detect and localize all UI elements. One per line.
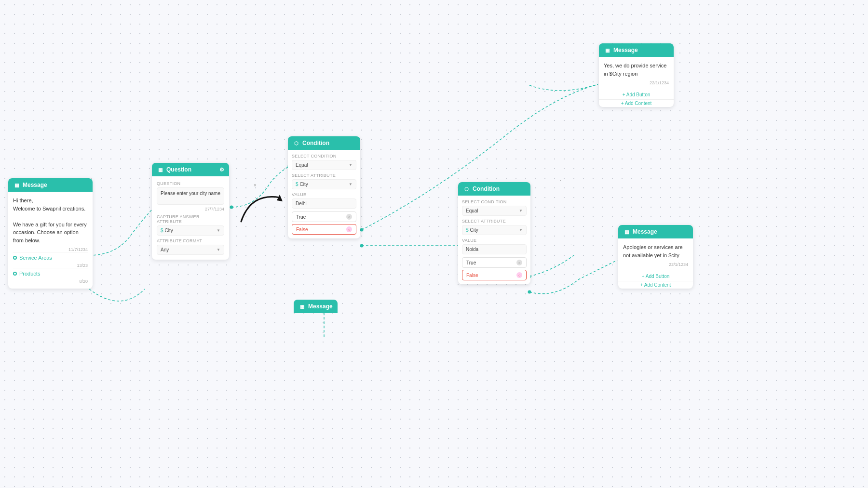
dollar-icon: $ xyxy=(161,228,163,233)
condition2-value-group: Value Noida xyxy=(462,238,527,254)
message1-link-service-areas[interactable]: Service Areas xyxy=(13,252,88,263)
message-node-3: ▦ Message Apologies or services are not … xyxy=(618,225,693,289)
message3-timestamp: 22/1/1234 xyxy=(623,262,688,267)
svg-text:·: · xyxy=(560,178,561,183)
condition1-header: ⬡ Condition xyxy=(288,136,360,150)
condition2-attr-group: Select Attribute $City ▼ xyxy=(462,219,527,235)
condition2-condition-select[interactable]: Equal ▼ xyxy=(462,206,527,216)
condition2-attr-value: City xyxy=(470,227,478,233)
question1-attribute-select[interactable]: $City ▼ xyxy=(157,225,224,236)
svg-text:·: · xyxy=(114,243,116,249)
dot-icon xyxy=(13,256,17,260)
svg-text:×: × xyxy=(254,183,257,188)
canvas: × · · · · · ▦ Message Hi there, Welcome … xyxy=(0,0,868,488)
format-label: Attribute Format xyxy=(157,238,224,243)
true-label-2: True xyxy=(466,260,476,265)
question1-header-label: Question xyxy=(166,166,191,173)
message-node-1: ▦ Message Hi there, Welcome to Swapnil c… xyxy=(8,178,93,289)
condition1-select-group: Select Condition Equal ▼ xyxy=(292,154,356,170)
condition2-attr-label: Select Attribute xyxy=(462,219,527,224)
svg-text:·: · xyxy=(570,241,572,247)
svg-point-5 xyxy=(528,290,531,294)
message1-timestamp: 11/7/1234 xyxy=(13,247,88,252)
true-circle-icon: ○ xyxy=(346,214,352,220)
true-circle-icon-2: ○ xyxy=(516,260,522,265)
svg-text:·: · xyxy=(405,242,407,248)
question1-text: Please enter your city name xyxy=(157,187,224,205)
question-node-1: ▦ Question ⚙ Question Please enter your … xyxy=(152,163,229,260)
message3-header: ▦ Message xyxy=(618,225,693,238)
question1-body: Question Please enter your city name 27/… xyxy=(152,176,229,260)
condition1-value[interactable]: Delhi xyxy=(292,198,356,209)
message2-text: Yes, we do provide service in $City regi… xyxy=(604,62,669,78)
question1-format-select[interactable]: Any ▼ xyxy=(157,245,224,255)
dollar-icon-c1: $ xyxy=(296,182,298,187)
condition2-true-button[interactable]: True ○ xyxy=(462,257,527,268)
chevron-icon-3: ▼ xyxy=(349,163,353,167)
message2-header-icon: ▦ xyxy=(604,47,610,53)
condition1-header-label: Condition xyxy=(302,140,329,146)
arrow-annotation xyxy=(236,183,294,226)
message1-text: Hi there, Welcome to Swapnil creations. … xyxy=(13,197,88,244)
question1-settings-icon[interactable]: ⚙ xyxy=(219,167,224,173)
question-label: Question xyxy=(157,181,224,186)
condition2-select-label: Select Condition xyxy=(462,199,527,204)
message2-add-button[interactable]: + Add Button xyxy=(599,90,674,99)
condition2-attr-select[interactable]: $City ▼ xyxy=(462,225,527,235)
condition1-true-button[interactable]: True ○ xyxy=(292,211,356,222)
message3-add-content[interactable]: + Add Content xyxy=(618,281,693,289)
condition-node-1: ⬡ Condition Select Condition Equal ▼ Sel… xyxy=(288,136,360,238)
svg-point-0 xyxy=(360,228,364,232)
condition2-header-label: Condition xyxy=(473,185,500,192)
message3-add-button[interactable]: + Add Button xyxy=(618,272,693,281)
question1-attribute-value: City xyxy=(165,228,173,233)
condition1-attr-select[interactable]: $City ▼ xyxy=(292,179,356,189)
question1-timestamp: 27/7/1234 xyxy=(157,207,224,211)
condition2-header-icon: ⬡ xyxy=(463,185,470,192)
message2-header-label: Message xyxy=(613,47,638,53)
message1-header-icon: ▦ xyxy=(13,182,20,188)
message4-header-icon: ▦ xyxy=(298,303,305,310)
false-circle-icon-2: ○ xyxy=(516,272,522,278)
message2-add-content[interactable]: + Add Content xyxy=(599,100,674,107)
service-areas-count: 13/23 xyxy=(13,263,88,268)
message2-body: Yes, we do provide service in $City regi… xyxy=(599,57,674,90)
condition1-attr-group: Select Attribute $City ▼ xyxy=(292,173,356,189)
message3-body: Apologies or services are not available … xyxy=(618,238,693,272)
dollar-icon-c2: $ xyxy=(466,227,469,233)
question1-header-icon: ▦ xyxy=(157,166,163,173)
condition2-value-label: Value xyxy=(462,238,527,243)
question1-header: ▦ Question ⚙ xyxy=(152,163,229,176)
connections-layer: × · · · · · xyxy=(0,0,868,488)
message4-header-label: Message xyxy=(308,303,333,310)
message1-header-label: Message xyxy=(23,182,47,188)
message4-header: ▦ Message xyxy=(294,300,338,313)
condition1-attr-label: Select Attribute xyxy=(292,173,356,178)
message-node-4: ▦ Message xyxy=(294,300,338,313)
chevron-down-icon: ▼ xyxy=(217,228,220,233)
condition1-header-icon: ⬡ xyxy=(293,140,299,146)
svg-point-1 xyxy=(360,244,364,248)
message1-link-products[interactable]: Products xyxy=(13,268,88,279)
condition2-false-button[interactable]: False ○ xyxy=(462,270,527,280)
condition1-condition-select[interactable]: Equal ▼ xyxy=(292,160,356,170)
condition-node-2: ⬡ Condition Select Condition Equal ▼ Sel… xyxy=(458,182,530,284)
false-circle-icon: ○ xyxy=(346,226,352,232)
condition2-select-group: Select Condition Equal ▼ xyxy=(462,199,527,216)
condition2-header: ⬡ Condition xyxy=(458,182,530,196)
condition1-condition-value: Equal xyxy=(296,162,308,168)
svg-text:·: · xyxy=(476,153,478,158)
message2-header: ▦ Message xyxy=(599,43,674,57)
products-count: 8/20 xyxy=(13,279,88,284)
chevron-icon-6: ▼ xyxy=(519,228,523,232)
false-label: False xyxy=(296,227,308,232)
message-node-2: ▦ Message Yes, we do provide service in … xyxy=(599,43,674,107)
condition2-value[interactable]: Noida xyxy=(462,244,527,254)
message3-text: Apologies or services are not available … xyxy=(623,243,688,259)
condition2-condition-value: Equal xyxy=(466,208,478,213)
condition1-body: Select Condition Equal ▼ Select Attribut… xyxy=(288,150,360,238)
chevron-icon-5: ▼ xyxy=(519,209,523,213)
condition1-false-button[interactable]: False ○ xyxy=(292,224,356,235)
svg-marker-15 xyxy=(277,195,283,201)
question1-format-value: Any xyxy=(161,247,169,252)
